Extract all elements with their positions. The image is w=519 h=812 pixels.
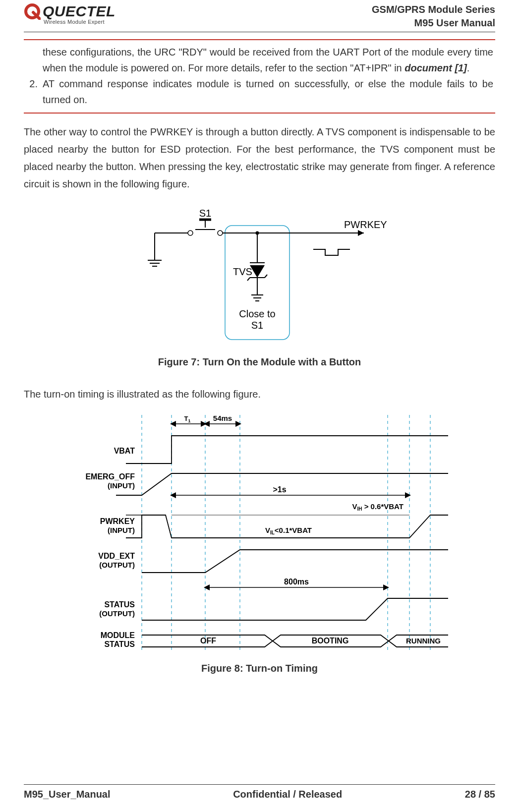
brand-name: QUECTEL [43, 3, 115, 20]
svg-marker-16 [358, 230, 364, 236]
note-box: these configurations, the URC "RDY" woul… [24, 39, 495, 114]
fig8-booting: BOOTING [311, 637, 348, 645]
fig8-off: OFF [200, 637, 216, 645]
figure-7-caption: Figure 7: Turn On the Module with a Butt… [24, 356, 495, 368]
body-para-1: The other way to control the PWRKEY is t… [24, 123, 495, 193]
header-series: GSM/GPRS Module Series [372, 3, 495, 16]
page-header: QUECTEL Wireless Module Expert GSM/GPRS … [24, 0, 495, 32]
figure-8-caption: Figure 8: Turn-on Timing [24, 663, 495, 674]
fig8-emerg-label: EMERG_OFF [85, 472, 135, 481]
fig8-800ms: 800ms [284, 578, 309, 586]
footer-left: M95_User_Manual [24, 789, 111, 800]
brand-tagline: Wireless Module Expert [44, 19, 115, 25]
brand-logo-block: QUECTEL Wireless Module Expert [24, 3, 115, 25]
svg-point-6 [218, 231, 223, 235]
svg-point-5 [188, 231, 193, 235]
fig8-vdd-sub: (OUTPUT) [99, 561, 135, 569]
fig8-54ms: 54ms [213, 414, 231, 422]
brand-logo-icon [24, 3, 41, 20]
fig8-vbat-label: VBAT [114, 447, 135, 455]
doc-ref: document [1] [404, 62, 467, 73]
footer-center: Confidential / Released [233, 789, 342, 800]
body-para-2: The turn-on timing is illustrated as the… [24, 386, 495, 403]
header-right: GSM/GPRS Module Series M95 User Manual [372, 3, 495, 30]
note-para1b: . [467, 62, 470, 73]
fig7-pwrkey-label: PWRKEY [344, 219, 387, 230]
fig8-status-label: STATUS [104, 600, 135, 609]
page-footer: M95_User_Manual Confidential / Released … [24, 784, 495, 800]
fig8-mod-label: MODULE [100, 631, 135, 639]
fig7-close-label: Close to [239, 308, 275, 319]
fig8-vdd-label: VDD_EXT [98, 552, 135, 560]
fig7-s1-label: S1 [199, 208, 211, 219]
fig8-pwrkey-label: PWRKEY [100, 517, 135, 525]
fig8-vih: VIH > 0.6*VBAT [352, 502, 404, 512]
svg-line-21 [247, 278, 250, 281]
header-product: M95 User Manual [372, 16, 495, 30]
figure-7: S1 PWRKEY TVS Close to S1 Figure 7: Turn… [24, 206, 495, 368]
figure-8: T1 54ms VBAT EMERG_OFF (INPUT) >1s VIH >… [24, 410, 495, 674]
note-item-num: 2. [26, 76, 38, 108]
fig8-gt1s: >1s [273, 485, 286, 494]
svg-line-20 [265, 275, 267, 278]
fig8-status-sub: (OUTPUT) [99, 609, 135, 618]
fig8-t1: T1 [184, 415, 190, 423]
note-item-text: AT command response indicates module is … [43, 76, 493, 108]
fig8-mod-sub: STATUS [104, 640, 135, 648]
footer-right: 28 / 85 [465, 789, 495, 800]
fig7-tvs-label: TVS [233, 266, 252, 277]
fig7-close2-label: S1 [251, 320, 263, 331]
fig8-pwrkey-sub: (INPUT) [108, 526, 135, 534]
fig8-running: RUNNING [406, 637, 441, 645]
fig8-emerg-sub: (INPUT) [108, 481, 135, 490]
fig8-vil: VIL<0.1*VBAT [265, 526, 311, 535]
